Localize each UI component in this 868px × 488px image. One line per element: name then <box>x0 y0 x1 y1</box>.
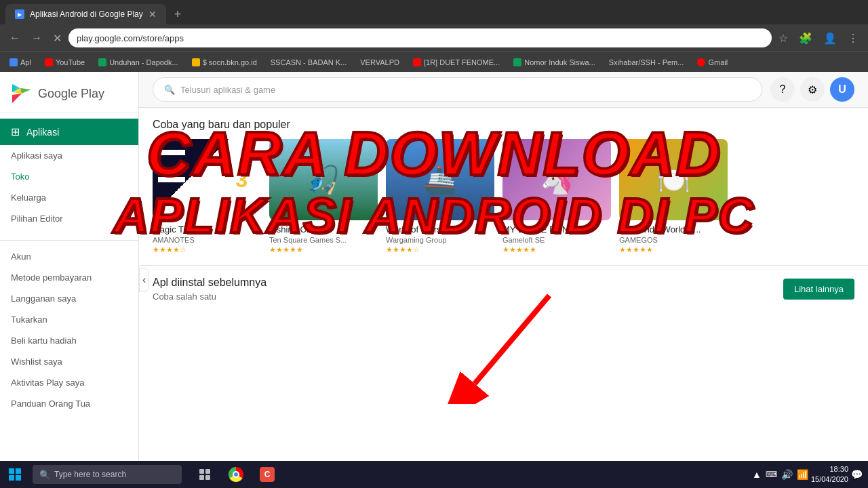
new-tab-button[interactable]: + <box>169 5 187 24</box>
app-card-warships[interactable]: 🚢 World of Warships... Wargaming Group ★… <box>386 139 494 254</box>
bookmark-verval[interactable]: VERVALPD <box>356 57 403 68</box>
app-icon-magic: 3 <box>153 139 261 220</box>
sidebar-active-label: Aplikasi <box>26 127 59 138</box>
bookmark-ssh[interactable]: Sxihabar/SSH - Pem... <box>605 57 688 68</box>
bookmark-nomor[interactable]: Nomor Induk Siswa... <box>509 57 599 68</box>
address-text: play.google.com/store/apps <box>77 33 184 43</box>
nav-icons-right: ☆ 🧩 👤 ⋮ <box>774 29 863 47</box>
bookmark-gmail-label: Gmail <box>708 58 728 66</box>
svg-rect-12 <box>199 475 204 480</box>
sidebar-tukarkan[interactable]: Tukarkan <box>0 309 138 330</box>
previously-title: Apl diinstal sebelumnya <box>153 277 267 289</box>
app-card-fishing[interactable]: 🎣 Fishing Clash Ten Square Games S... ★★… <box>269 139 378 254</box>
sidebar-pilihan-label: Pilihan Editor <box>11 214 63 224</box>
bookmark-b-label: $ socn.bkn.go.id <box>203 58 257 66</box>
sidebar-akun[interactable]: Akun <box>0 246 138 267</box>
taskbar-task-view[interactable] <box>190 461 220 488</box>
google-play-logo <box>11 83 33 104</box>
taskbar-pinned-icons: C <box>190 461 282 488</box>
sidebar-expand-button[interactable]: ‹ <box>139 268 149 292</box>
menu-icon[interactable]: ⋮ <box>844 29 863 47</box>
windows-icon <box>9 468 21 481</box>
forward-button[interactable]: → <box>27 29 46 47</box>
svg-rect-10 <box>199 469 204 474</box>
tab-bar: ▶ Aplikasi Android di Google Play ✕ + <box>0 0 868 24</box>
app-dev-warships: Wargaming Group <box>386 236 494 244</box>
sidebar-keluarga-label: Keluarga <box>11 192 46 203</box>
sidebar-item-keluarga[interactable]: Keluarga <box>0 187 138 208</box>
taskbar-app3[interactable]: C <box>252 461 282 488</box>
sidebar-wishlist[interactable]: Wishlist saya <box>0 351 138 372</box>
previously-sub: Coba salah satu <box>153 291 267 302</box>
tab-close-button[interactable]: ✕ <box>149 9 157 20</box>
bookmark-apl[interactable]: Apl <box>5 57 35 68</box>
bookmark-ssh-label: Sxihabar/SSH - Pem... <box>609 58 684 66</box>
app-dev-cafeland: GAMEGOS <box>619 236 728 244</box>
time-display[interactable]: 18:30 15/04/2020 <box>811 464 848 485</box>
bookmark-unduhan[interactable]: Unduhan - Dapodk... <box>94 57 182 68</box>
back-button[interactable]: ← <box>5 29 24 47</box>
system-icons: ▲ ⌨ 🔊 📶 <box>752 469 808 480</box>
app-stars-cafeland: ★★★★★ <box>619 245 728 254</box>
app-stars-pony: ★★★★★ <box>502 245 611 254</box>
help-button[interactable]: ? <box>770 77 795 102</box>
sidebar-nav: ⊞ Aplikasi Aplikasi saya Toko Keluarga P… <box>0 113 138 235</box>
taskbar-search-icon: 🔍 <box>39 470 50 480</box>
bookmark-icon[interactable]: ☆ <box>774 29 792 47</box>
apps-icon: ⊞ <box>11 125 20 138</box>
profile-icon[interactable]: 👤 <box>819 29 841 47</box>
browser-tab[interactable]: ▶ Aplikasi Android di Google Play ✕ <box>5 4 166 24</box>
app-icon-pony: 🦄 <box>502 139 611 220</box>
tab-label: Aplikasi Android di Google Play <box>30 9 143 19</box>
bookmark-youtube[interactable]: YouTube <box>41 57 89 68</box>
lihat-button[interactable]: Lihat lainnya <box>783 279 854 300</box>
settings-button[interactable]: ⚙ <box>800 77 825 102</box>
address-bar[interactable]: play.google.com/store/apps <box>68 28 772 47</box>
svg-marker-3 <box>20 88 31 94</box>
sidebar-beli[interactable]: Beli kartu hadiah <box>0 330 138 351</box>
start-button[interactable] <box>0 461 30 488</box>
sidebar-item-label: Aplikasi saya <box>11 150 62 161</box>
bookmark-duet[interactable]: [1R] DUET FENOME... <box>409 57 504 68</box>
app-card-pony[interactable]: 🦄 MY LITTLE PONY... Gameloft SE ★★★★★ <box>502 139 611 254</box>
account-avatar[interactable]: U <box>830 77 854 102</box>
sidebar-langganan[interactable]: Langganan saya <box>0 288 138 309</box>
app-icon-fishing: 🎣 <box>269 139 378 220</box>
sidebar-item-aplikasi[interactable]: ⊞ Aplikasi <box>0 119 138 145</box>
extension-icon[interactable]: 🧩 <box>795 29 816 47</box>
bookmark-yt-label: YouTube <box>56 58 85 66</box>
sidebar-item-toko[interactable]: Toko <box>0 166 138 187</box>
time-text: 18:30 <box>811 464 848 474</box>
app-name-cafeland: Cafeland - World K... <box>619 224 728 235</box>
taskbar-search-label: Type here to search <box>54 470 126 479</box>
svg-marker-2 <box>12 94 22 103</box>
tab-favicon: ▶ <box>15 9 24 19</box>
apps-row: 3 Magic Tiles 3 AMANOTES ★★★★☆ 🎣 Fishing… <box>153 139 854 254</box>
taskbar-search[interactable]: 🔍 Type here to search <box>33 465 182 484</box>
bookmark-sscasn[interactable]: SSCASN - BADAN K... <box>267 57 351 68</box>
header-actions: ? ⚙ U <box>770 77 854 102</box>
bookmark-favicon-yt <box>45 58 53 66</box>
previously-section: Apl diinstal sebelumnya Coba salah satu … <box>139 265 868 312</box>
svg-rect-6 <box>9 468 14 474</box>
reload-button[interactable]: ✕ <box>49 29 66 47</box>
notification-icon[interactable]: 💬 <box>851 469 863 480</box>
sidebar-panduan[interactable]: Panduan Orang Tua <box>0 393 138 414</box>
main-content: 🔍 Telusuri aplikasi & game ? ⚙ U Coba ya… <box>139 72 868 488</box>
app-card-cafeland[interactable]: 🍽️ Cafeland - World K... GAMEGOS ★★★★★ <box>619 139 728 254</box>
search-input[interactable]: 🔍 Telusuri aplikasi & game <box>153 77 762 102</box>
app-card-magic-tiles[interactable]: 3 Magic Tiles 3 AMANOTES ★★★★☆ <box>153 139 261 254</box>
search-placeholder: Telusuri aplikasi & game <box>180 85 275 95</box>
app-stars-fishing: ★★★★★ <box>269 245 378 254</box>
bookmark-gmail[interactable]: Gmail <box>693 57 732 68</box>
bookmark-favicon-u <box>98 58 106 66</box>
chrome-icon <box>229 467 243 482</box>
sidebar-aktivitas[interactable]: Aktivitas Play saya <box>0 372 138 393</box>
apps-section: Coba yang baru dan populer 3 Magic T <box>139 108 868 265</box>
bookmark-bkn[interactable]: $ socn.bkn.go.id <box>188 57 261 68</box>
sidebar-metode[interactable]: Metode pembayaran <box>0 267 138 288</box>
sidebar-item-pilihan[interactable]: Pilihan Editor <box>0 208 138 229</box>
sidebar-item-aplikasi-saya[interactable]: Aplikasi saya <box>0 145 138 166</box>
previously-left: Apl diinstal sebelumnya Coba salah satu <box>153 277 267 302</box>
taskbar-chrome[interactable] <box>221 461 251 488</box>
